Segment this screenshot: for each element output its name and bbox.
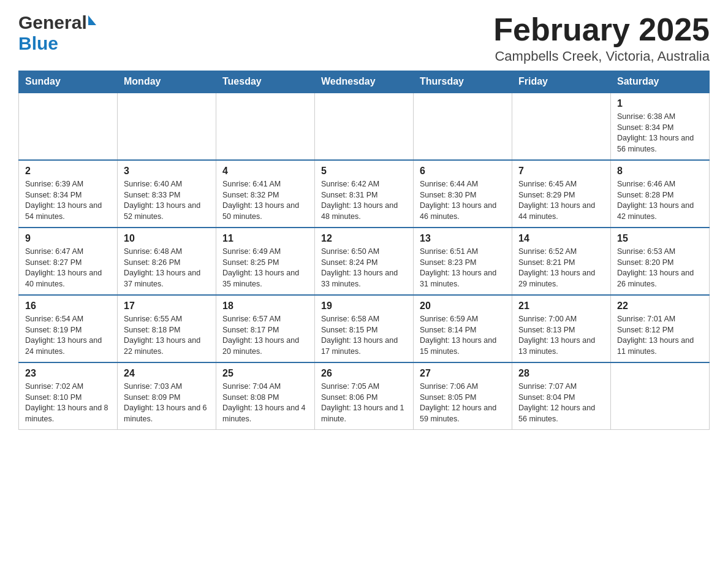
title-area: February 2025 Campbells Creek, Victoria,… bbox=[493, 12, 710, 64]
day-info: Sunrise: 6:59 AM Sunset: 8:14 PM Dayligh… bbox=[420, 314, 506, 357]
month-title: February 2025 bbox=[493, 12, 710, 47]
calendar-cell: 14Sunrise: 6:52 AM Sunset: 8:21 PM Dayli… bbox=[512, 228, 611, 295]
calendar-week-row: 9Sunrise: 6:47 AM Sunset: 8:27 PM Daylig… bbox=[19, 228, 710, 295]
calendar-cell: 11Sunrise: 6:49 AM Sunset: 8:25 PM Dayli… bbox=[216, 228, 315, 295]
day-number: 6 bbox=[420, 166, 506, 177]
day-number: 16 bbox=[25, 301, 111, 312]
day-number: 15 bbox=[617, 233, 703, 244]
day-header-saturday: Saturday bbox=[611, 71, 710, 93]
location-title: Campbells Creek, Victoria, Australia bbox=[493, 48, 710, 64]
calendar-cell: 23Sunrise: 7:02 AM Sunset: 8:10 PM Dayli… bbox=[19, 362, 118, 430]
day-info: Sunrise: 6:45 AM Sunset: 8:29 PM Dayligh… bbox=[518, 179, 604, 222]
day-number: 9 bbox=[25, 233, 111, 244]
calendar-week-row: 2Sunrise: 6:39 AM Sunset: 8:34 PM Daylig… bbox=[19, 160, 710, 228]
day-info: Sunrise: 6:54 AM Sunset: 8:19 PM Dayligh… bbox=[25, 314, 111, 357]
day-number: 10 bbox=[124, 233, 210, 244]
day-info: Sunrise: 7:07 AM Sunset: 8:04 PM Dayligh… bbox=[518, 381, 604, 424]
calendar-cell: 24Sunrise: 7:03 AM Sunset: 8:09 PM Dayli… bbox=[118, 362, 216, 430]
day-number: 1 bbox=[617, 98, 703, 109]
day-number: 28 bbox=[518, 368, 604, 379]
day-header-tuesday: Tuesday bbox=[216, 71, 315, 93]
calendar-table: SundayMondayTuesdayWednesdayThursdayFrid… bbox=[18, 71, 710, 430]
calendar-cell: 7Sunrise: 6:45 AM Sunset: 8:29 PM Daylig… bbox=[512, 160, 611, 228]
day-info: Sunrise: 6:55 AM Sunset: 8:18 PM Dayligh… bbox=[124, 314, 210, 357]
day-number: 20 bbox=[420, 301, 506, 312]
day-number: 7 bbox=[518, 166, 604, 177]
day-info: Sunrise: 7:04 AM Sunset: 8:08 PM Dayligh… bbox=[222, 381, 308, 424]
calendar-cell: 27Sunrise: 7:06 AM Sunset: 8:05 PM Dayli… bbox=[414, 362, 512, 430]
day-info: Sunrise: 6:48 AM Sunset: 8:26 PM Dayligh… bbox=[124, 247, 210, 289]
calendar-cell: 10Sunrise: 6:48 AM Sunset: 8:26 PM Dayli… bbox=[118, 228, 216, 295]
calendar-cell bbox=[19, 93, 118, 160]
logo-arrow-icon bbox=[88, 15, 96, 25]
day-number: 23 bbox=[25, 368, 111, 379]
calendar-cell bbox=[512, 93, 611, 160]
day-info: Sunrise: 7:00 AM Sunset: 8:13 PM Dayligh… bbox=[518, 314, 604, 357]
day-info: Sunrise: 6:40 AM Sunset: 8:33 PM Dayligh… bbox=[124, 179, 210, 222]
calendar-cell: 1Sunrise: 6:38 AM Sunset: 8:34 PM Daylig… bbox=[611, 93, 710, 160]
day-header-monday: Monday bbox=[118, 71, 216, 93]
day-number: 26 bbox=[321, 368, 407, 379]
day-number: 11 bbox=[222, 233, 308, 244]
day-number: 27 bbox=[420, 368, 506, 379]
calendar-header-row: SundayMondayTuesdayWednesdayThursdayFrid… bbox=[19, 71, 710, 93]
calendar-cell bbox=[315, 93, 414, 160]
day-info: Sunrise: 6:39 AM Sunset: 8:34 PM Dayligh… bbox=[25, 179, 111, 222]
calendar-cell: 9Sunrise: 6:47 AM Sunset: 8:27 PM Daylig… bbox=[19, 228, 118, 295]
day-info: Sunrise: 6:47 AM Sunset: 8:27 PM Dayligh… bbox=[25, 247, 111, 289]
calendar-cell: 13Sunrise: 6:51 AM Sunset: 8:23 PM Dayli… bbox=[414, 228, 512, 295]
day-info: Sunrise: 6:51 AM Sunset: 8:23 PM Dayligh… bbox=[420, 247, 506, 289]
calendar-cell: 5Sunrise: 6:42 AM Sunset: 8:31 PM Daylig… bbox=[315, 160, 414, 228]
calendar-cell: 22Sunrise: 7:01 AM Sunset: 8:12 PM Dayli… bbox=[611, 295, 710, 362]
calendar-cell: 15Sunrise: 6:53 AM Sunset: 8:20 PM Dayli… bbox=[611, 228, 710, 295]
calendar-cell: 3Sunrise: 6:40 AM Sunset: 8:33 PM Daylig… bbox=[118, 160, 216, 228]
calendar-cell: 16Sunrise: 6:54 AM Sunset: 8:19 PM Dayli… bbox=[19, 295, 118, 362]
day-info: Sunrise: 7:03 AM Sunset: 8:09 PM Dayligh… bbox=[124, 381, 210, 424]
day-number: 25 bbox=[222, 368, 308, 379]
calendar-week-row: 23Sunrise: 7:02 AM Sunset: 8:10 PM Dayli… bbox=[19, 362, 710, 430]
day-info: Sunrise: 6:49 AM Sunset: 8:25 PM Dayligh… bbox=[222, 247, 308, 289]
day-number: 5 bbox=[321, 166, 407, 177]
day-info: Sunrise: 6:58 AM Sunset: 8:15 PM Dayligh… bbox=[321, 314, 407, 357]
day-number: 8 bbox=[617, 166, 703, 177]
calendar-cell: 12Sunrise: 6:50 AM Sunset: 8:24 PM Dayli… bbox=[315, 228, 414, 295]
day-info: Sunrise: 6:42 AM Sunset: 8:31 PM Dayligh… bbox=[321, 179, 407, 222]
day-header-thursday: Thursday bbox=[414, 71, 512, 93]
calendar-cell: 2Sunrise: 6:39 AM Sunset: 8:34 PM Daylig… bbox=[19, 160, 118, 228]
day-info: Sunrise: 6:57 AM Sunset: 8:17 PM Dayligh… bbox=[222, 314, 308, 357]
day-number: 19 bbox=[321, 301, 407, 312]
calendar-cell: 18Sunrise: 6:57 AM Sunset: 8:17 PM Dayli… bbox=[216, 295, 315, 362]
day-number: 12 bbox=[321, 233, 407, 244]
day-number: 17 bbox=[124, 301, 210, 312]
calendar-cell: 17Sunrise: 6:55 AM Sunset: 8:18 PM Dayli… bbox=[118, 295, 216, 362]
day-number: 2 bbox=[25, 166, 111, 177]
day-number: 3 bbox=[124, 166, 210, 177]
day-number: 21 bbox=[518, 301, 604, 312]
day-info: Sunrise: 6:46 AM Sunset: 8:28 PM Dayligh… bbox=[617, 179, 703, 222]
logo-line1: General bbox=[18, 12, 96, 33]
day-info: Sunrise: 6:38 AM Sunset: 8:34 PM Dayligh… bbox=[617, 112, 703, 155]
calendar-week-row: 16Sunrise: 6:54 AM Sunset: 8:19 PM Dayli… bbox=[19, 295, 710, 362]
calendar-cell: 25Sunrise: 7:04 AM Sunset: 8:08 PM Dayli… bbox=[216, 362, 315, 430]
calendar-cell: 19Sunrise: 6:58 AM Sunset: 8:15 PM Dayli… bbox=[315, 295, 414, 362]
calendar-week-row: 1Sunrise: 6:38 AM Sunset: 8:34 PM Daylig… bbox=[19, 93, 710, 160]
day-info: Sunrise: 6:53 AM Sunset: 8:20 PM Dayligh… bbox=[617, 247, 703, 289]
calendar-cell bbox=[118, 93, 216, 160]
calendar-cell: 28Sunrise: 7:07 AM Sunset: 8:04 PM Dayli… bbox=[512, 362, 611, 430]
day-number: 14 bbox=[518, 233, 604, 244]
day-number: 22 bbox=[617, 301, 703, 312]
day-header-friday: Friday bbox=[512, 71, 611, 93]
day-info: Sunrise: 6:44 AM Sunset: 8:30 PM Dayligh… bbox=[420, 179, 506, 222]
day-info: Sunrise: 7:01 AM Sunset: 8:12 PM Dayligh… bbox=[617, 314, 703, 357]
calendar-cell bbox=[611, 362, 710, 430]
header: General Blue February 2025 Campbells Cre… bbox=[18, 12, 710, 64]
day-number: 4 bbox=[222, 166, 308, 177]
day-info: Sunrise: 6:52 AM Sunset: 8:21 PM Dayligh… bbox=[518, 247, 604, 289]
calendar-cell: 26Sunrise: 7:05 AM Sunset: 8:06 PM Dayli… bbox=[315, 362, 414, 430]
logo-blue-text: Blue bbox=[18, 33, 58, 54]
day-header-wednesday: Wednesday bbox=[315, 71, 414, 93]
calendar-cell: 4Sunrise: 6:41 AM Sunset: 8:32 PM Daylig… bbox=[216, 160, 315, 228]
logo-line2: Blue bbox=[18, 33, 96, 54]
calendar-cell bbox=[216, 93, 315, 160]
day-header-sunday: Sunday bbox=[19, 71, 118, 93]
